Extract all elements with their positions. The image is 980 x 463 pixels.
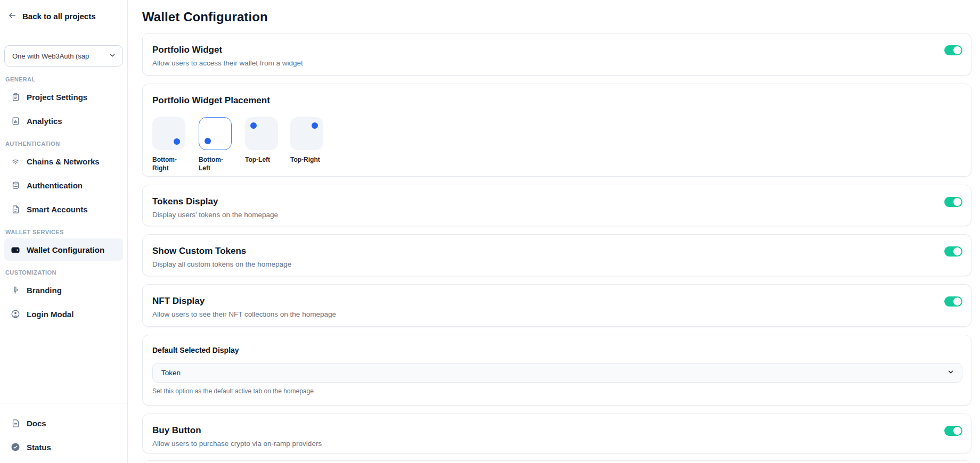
placement-dot [205,138,211,144]
card-description: Display users' tokens on the homepage [152,211,278,219]
sidebar-item-project-settings[interactable]: Project Settings [4,86,123,108]
sidebar-item-label: Smart Accounts [27,205,87,214]
analytics-icon [11,116,20,126]
section-label-wallet-services: WALLET SERVICES [5,229,123,235]
back-label: Back to all projects [22,12,96,21]
portfolio-widget-placement-card: Portfolio Widget Placement Bottom-Right … [142,84,971,177]
status-check-icon [11,442,20,452]
toggle-knob [953,297,961,305]
sidebar-item-label: Login Modal [27,310,74,319]
sidebar-item-smart-accounts[interactable]: Smart Accounts [4,198,123,220]
sidebar-item-label: Status [27,443,51,452]
toggle-knob [953,46,961,54]
project-selector-value: One with Web3Auth (sap [12,52,89,60]
show-custom-tokens-card: Show Custom Tokens Display all custom to… [142,234,971,276]
placement-preview-bottom-left [199,117,232,150]
placement-dot [174,138,180,145]
placement-option-bottom-left[interactable]: Bottom-Left [199,117,233,172]
sidebar-item-docs[interactable]: Docs [4,412,123,434]
card-title: Portfolio Widget Placement [152,95,962,106]
sidebar-footer: Docs Status [0,403,127,463]
network-icon [11,156,20,166]
sidebar-item-label: Chains & Networks [27,157,100,166]
card-description: Allow users to see their NFT collections… [152,310,336,318]
placement-option-bottom-right[interactable]: Bottom-Right [152,117,186,172]
nft-display-card: NFT Display Allow users to see their NFT… [142,284,971,327]
default-selected-display-card: Default Selected Display Token Set this … [142,335,971,406]
clipboard-icon [11,92,20,102]
placement-options: Bottom-Right Bottom-Left Top-Left Top-Ri… [152,117,962,172]
sidebar-item-label: Docs [27,419,46,428]
portfolio-widget-toggle[interactable] [944,45,962,55]
sidebar-item-authentication[interactable]: Authentication [4,174,123,196]
placement-preview-top-left [245,117,278,150]
sidebar-item-label: Project Settings [27,93,87,102]
arrow-left-icon [7,11,17,22]
toggle-knob [953,247,961,255]
placement-label: Top-Left [245,155,278,164]
sidebar-item-label: Analytics [27,117,62,126]
placement-dot [250,122,257,129]
nft-display-toggle[interactable] [944,296,962,307]
sidebar-item-status[interactable]: Status [4,436,123,458]
sidebar-item-login-modal[interactable]: Login Modal [4,303,123,325]
card-title: Show Custom Tokens [152,245,291,257]
placement-label: Bottom-Left [199,155,233,172]
user-circle-icon [11,309,20,319]
partial-card [142,460,971,463]
section-label-general: GENERAL [5,76,123,82]
main-content: Wallet Configuration Portfolio Widget Al… [128,0,980,463]
select-value: Token [161,369,181,377]
database-icon [11,180,20,190]
sidebar-nav: GENERAL Project Settings Analytics AUTHE… [0,68,127,327]
brush-icon [11,285,20,295]
default-display-select[interactable]: Token [152,363,962,383]
sidebar-item-analytics[interactable]: Analytics [4,110,123,132]
section-label-authentication: AUTHENTICATION [5,140,123,147]
placement-label: Top-Right [290,155,323,164]
card-title: NFT Display [152,295,336,307]
wallet-icon [11,245,20,254]
page-title: Wallet Configuration [142,10,971,24]
field-helper-text: Set this option as the default active ta… [152,387,962,395]
tokens-display-card: Tokens Display Display users' tokens on … [142,185,971,226]
sidebar-item-label: Branding [27,286,62,295]
sidebar-item-wallet-configuration[interactable]: Wallet Configuration [4,238,123,261]
placement-option-top-left[interactable]: Top-Left [245,117,278,172]
card-title: Tokens Display [152,196,278,208]
card-title: Portfolio Widget [152,44,303,56]
placement-preview-bottom-right [152,117,185,150]
chevron-down-icon [947,368,954,377]
placement-preview-top-right [290,117,323,150]
project-selector-dropdown[interactable]: One with Web3Auth (sap [4,45,123,67]
buy-button-card: Buy Button Allow users to purchase crypt… [142,414,971,453]
sidebar-item-chains-networks[interactable]: Chains & Networks [4,150,123,172]
file-icon [11,204,20,214]
placement-label: Bottom-Right [152,155,186,172]
buy-button-toggle[interactable] [944,426,962,436]
placement-dot [312,122,318,129]
toggle-knob [953,427,961,435]
sidebar: Back to all projects One with Web3Auth (… [0,0,128,463]
card-description: Display all custom tokens on the homepag… [152,260,291,268]
tokens-display-toggle[interactable] [944,197,962,207]
card-description: Allow users to purchase crypto via on-ra… [152,440,322,448]
show-custom-tokens-toggle[interactable] [944,246,962,257]
docs-icon [11,418,20,428]
back-to-projects-link[interactable]: Back to all projects [7,11,120,22]
placement-option-top-right[interactable]: Top-Right [290,117,323,172]
sidebar-item-branding[interactable]: Branding [4,279,123,301]
portfolio-widget-card: Portfolio Widget Allow users to access t… [142,33,971,76]
card-description: Allow users to access their wallet from … [152,59,303,67]
field-label: Default Selected Display [152,346,962,354]
toggle-knob [953,198,961,206]
sidebar-item-label: Wallet Configuration [27,245,104,254]
card-title: Buy Button [152,425,322,436]
sidebar-item-label: Authentication [27,181,83,190]
chevron-down-icon [109,52,116,61]
section-label-customization: CUSTOMIZATION [5,269,123,276]
